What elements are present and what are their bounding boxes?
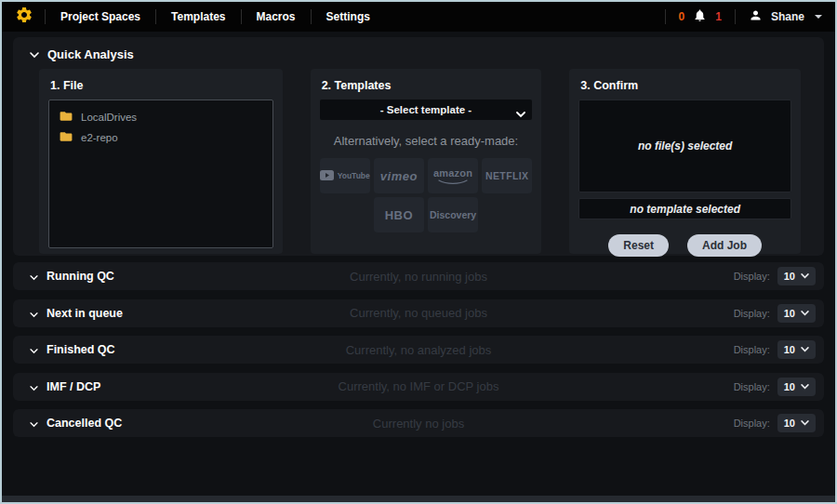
display-count-select[interactable]: 10 <box>777 378 816 396</box>
brand-label: YouTube <box>338 171 370 180</box>
section-empty-text: Currently, no analyzed jobs <box>13 343 824 357</box>
nav-item-templates[interactable]: Templates <box>156 2 240 32</box>
section-header-toggle[interactable]: Finished QC <box>30 341 115 358</box>
nav-divider <box>735 9 736 24</box>
app-logo[interactable] <box>15 6 33 28</box>
templates-panel-title: 2. Templates <box>322 79 533 92</box>
quick-analysis-header[interactable]: Quick Analysis <box>13 44 824 69</box>
display-count-value: 10 <box>784 344 795 355</box>
section-imf-dcp: Currently, no IMF or DCP jobs IMF / DCP … <box>13 373 824 401</box>
nav-item-settings[interactable]: Settings <box>312 2 385 32</box>
file-panel: 1. File LocalDrives e2-repo <box>39 69 283 254</box>
brand-button-discovery[interactable]: Discovery <box>428 197 478 232</box>
amazon-smile-icon <box>437 179 469 185</box>
brand-label: Discovery <box>430 209 476 220</box>
brand-button-netflix[interactable]: NETFLIX <box>482 158 532 193</box>
section-header-toggle[interactable]: Next in queue <box>30 305 123 322</box>
file-tree[interactable]: LocalDrives e2-repo <box>48 99 273 248</box>
display-count-select[interactable]: 10 <box>777 304 816 323</box>
chevron-down-icon <box>801 273 809 279</box>
add-job-button[interactable]: Add Job <box>687 234 762 257</box>
folder-item-e2-repo[interactable]: e2-repo <box>57 127 265 148</box>
quick-analysis-title: Quick Analysis <box>47 47 134 61</box>
chevron-down-icon <box>30 341 38 358</box>
quick-analysis-card: Quick Analysis 1. File LocalDrives <box>13 37 824 256</box>
top-navbar: Project Spaces Templates Macros Settings… <box>2 2 835 32</box>
template-select[interactable]: - Select template - <box>320 99 533 120</box>
brand-button-youtube[interactable]: YouTube <box>320 158 370 193</box>
folder-icon <box>60 109 73 126</box>
confirm-panel-title: 3. Confirm <box>580 79 791 92</box>
selected-files-box: no file(s) selected <box>578 99 791 192</box>
chevron-down-icon <box>30 268 38 285</box>
gear-icon <box>15 6 33 28</box>
folder-label: LocalDrives <box>81 112 137 123</box>
bell-icon[interactable] <box>693 8 707 26</box>
folder-label: e2-repo <box>81 132 118 143</box>
chevron-down-icon <box>801 311 809 316</box>
section-empty-text: Currently no jobs <box>13 417 824 431</box>
brand-label: HBO <box>385 208 413 222</box>
brand-label: amazon <box>433 167 472 179</box>
brand-button-amazon[interactable]: amazon <box>428 158 478 193</box>
section-title: Finished QC <box>46 343 115 356</box>
person-icon <box>749 8 763 26</box>
main-content: Quick Analysis 1. File LocalDrives <box>2 32 835 437</box>
section-finished-qc: Currently, no analyzed jobs Finished QC … <box>13 336 824 364</box>
section-running-qc: Currently, no running jobs Running QC Di… <box>13 262 824 290</box>
brand-grid: YouTube vimeo amazon NETFLIX HBO <box>320 158 533 232</box>
section-title: IMF / DCP <box>46 380 100 393</box>
notification-count-left: 0 <box>679 10 685 23</box>
section-header-toggle[interactable]: Cancelled QC <box>30 415 122 431</box>
display-label: Display: <box>734 418 770 429</box>
section-next-in-queue: Currently, no queued jobs Next in queue … <box>13 299 824 327</box>
chevron-down-icon <box>815 15 822 19</box>
ready-made-label: Alternatively, select a ready-made: <box>320 134 533 148</box>
brand-button-hbo[interactable]: HBO <box>374 197 424 232</box>
display-count-value: 10 <box>784 271 795 282</box>
brand-button-vimeo[interactable]: vimeo <box>374 158 424 193</box>
display-count-select[interactable]: 10 <box>777 267 816 285</box>
user-menu[interactable]: Shane <box>771 10 804 23</box>
display-count-select[interactable]: 10 <box>777 414 816 432</box>
nav-item-macros[interactable]: Macros <box>242 2 311 32</box>
section-title: Cancelled QC <box>46 417 122 430</box>
horizontal-scrollbar[interactable] <box>2 496 835 502</box>
chevron-down-icon <box>516 105 525 122</box>
chevron-down-icon <box>801 347 809 352</box>
display-label: Display: <box>734 344 770 355</box>
no-template-text: no template selected <box>630 203 740 216</box>
display-label: Display: <box>734 381 770 392</box>
section-header-toggle[interactable]: Running QC <box>30 268 114 285</box>
templates-panel: 2. Templates - Select template - Alterna… <box>311 69 542 254</box>
folder-item-localdrives[interactable]: LocalDrives <box>57 107 265 127</box>
display-count-value: 10 <box>784 308 795 319</box>
chevron-down-icon <box>30 47 39 61</box>
section-empty-text: Currently, no running jobs <box>13 270 824 284</box>
chevron-down-icon <box>30 305 38 322</box>
brand-label: NETFLIX <box>485 170 529 181</box>
section-header-toggle[interactable]: IMF / DCP <box>30 378 100 395</box>
section-title: Next in queue <box>46 307 123 320</box>
confirm-panel: 3. Confirm no file(s) selected no templa… <box>569 69 801 254</box>
no-files-text: no file(s) selected <box>638 139 732 153</box>
display-count-value: 10 <box>784 381 795 392</box>
brand-label: vimeo <box>380 169 418 183</box>
file-panel-title: 1. File <box>50 79 273 92</box>
display-count-value: 10 <box>784 418 795 429</box>
display-label: Display: <box>734 308 770 319</box>
notification-count-right: 1 <box>715 10 722 23</box>
selected-template-box: no template selected <box>578 198 791 219</box>
folder-icon <box>60 129 73 146</box>
reset-button[interactable]: Reset <box>608 234 669 257</box>
youtube-play-icon <box>320 167 334 184</box>
display-count-select[interactable]: 10 <box>777 340 816 359</box>
section-empty-text: Currently, no queued jobs <box>13 306 824 320</box>
section-cancelled-qc: Currently no jobs Cancelled QC Display: … <box>13 409 824 437</box>
section-empty-text: Currently, no IMF or DCP jobs <box>13 379 824 393</box>
chevron-down-icon <box>801 384 809 390</box>
nav-item-project-spaces[interactable]: Project Spaces <box>46 2 155 32</box>
nav-divider <box>665 9 666 24</box>
chevron-down-icon <box>801 420 809 426</box>
display-label: Display: <box>734 271 770 282</box>
